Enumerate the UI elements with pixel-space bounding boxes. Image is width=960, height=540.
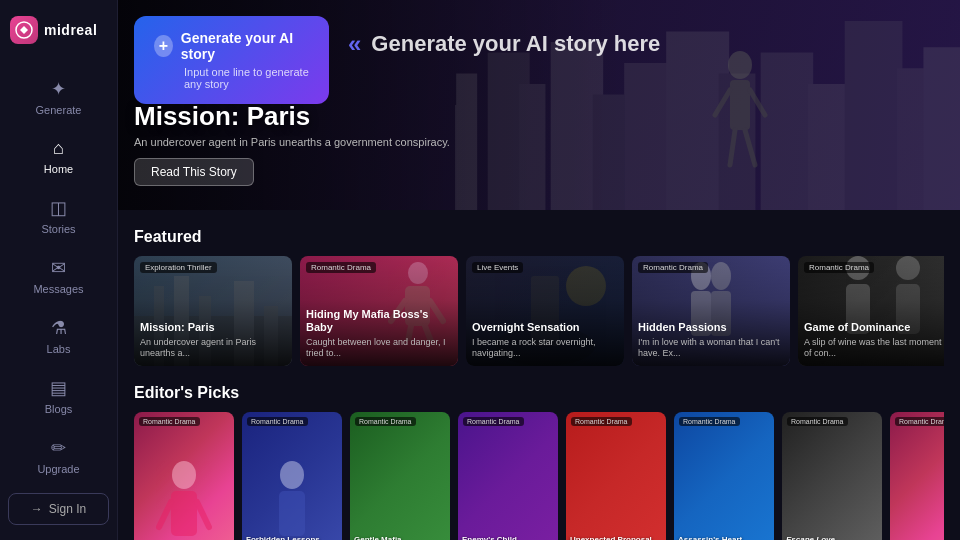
- svg-rect-14: [923, 47, 960, 210]
- editor-picks-section-title: Editor's Picks: [134, 384, 944, 402]
- logo: midreal: [0, 16, 117, 44]
- card-title-5: Game of Dominance: [804, 321, 944, 334]
- sidebar-item-blogs[interactable]: ▤ Blogs: [6, 367, 111, 425]
- svg-rect-7: [624, 63, 671, 210]
- featured-card-hidden-passions[interactable]: Romantic Drama Hidden Passions I'm in lo…: [632, 256, 790, 366]
- card-badge-2: Romantic Drama: [306, 262, 376, 273]
- card-badge-4: Romantic Drama: [638, 262, 708, 273]
- sidebar-item-messages[interactable]: ✉ Messages: [6, 247, 111, 305]
- hero-title: Mission: Paris: [134, 101, 450, 132]
- card-desc-5: A slip of wine was the last moment of co…: [804, 337, 944, 360]
- stories-icon: ◫: [50, 197, 67, 219]
- home-icon: ⌂: [53, 138, 64, 159]
- labs-icon: ⚗: [51, 317, 67, 339]
- card-info-2: Hiding My Mafia Boss's Baby Caught betwe…: [300, 302, 458, 366]
- read-story-button[interactable]: Read This Story: [134, 158, 254, 186]
- pick-art-2: [257, 457, 327, 540]
- pick-badge-6: Romantic Drama: [679, 417, 740, 426]
- pick-card-5[interactable]: Romantic Drama Unexpected Proposal: [566, 412, 666, 540]
- card-info-1: Mission: Paris An undercover agent in Pa…: [134, 315, 292, 366]
- pick-title-7: Escape Love: [786, 535, 878, 540]
- svg-rect-12: [845, 21, 903, 210]
- card-title-3: Overnight Sensation: [472, 321, 618, 334]
- hero-section: + Generate your AI story Input one line …: [118, 0, 960, 210]
- card-desc-1: An undercover agent in Paris unearths a.…: [140, 337, 286, 360]
- sidebar-item-stories-label: Stories: [41, 223, 75, 235]
- generate-banner-subtitle: Input one line to generate any story: [154, 66, 309, 90]
- generate-banner[interactable]: + Generate your AI story Input one line …: [134, 16, 329, 104]
- card-badge-3: Live Events: [472, 262, 523, 273]
- featured-card-overnight[interactable]: Live Events Overnight Sensation I became…: [466, 256, 624, 366]
- pick-card-6[interactable]: Romantic Drama Assassin's Heart: [674, 412, 774, 540]
- sidebar-item-labs[interactable]: ⚗ Labs: [6, 307, 111, 365]
- generate-banner-title: Generate your AI story: [181, 30, 309, 62]
- pick-card-3[interactable]: Romantic Drama Gentle Mafia: [350, 412, 450, 540]
- pick-title-4: Enemy's Child: [462, 535, 554, 540]
- card-badge-1: Exploration Thriller: [140, 262, 217, 273]
- featured-card-mission-paris[interactable]: Exploration Thriller Mission: Paris An u…: [134, 256, 292, 366]
- logo-icon: [10, 16, 38, 44]
- sign-in-label: Sign In: [49, 502, 86, 516]
- generate-banner-header: + Generate your AI story: [154, 30, 309, 62]
- svg-rect-4: [519, 84, 545, 210]
- pick-badge-7: Romantic Drama: [787, 417, 848, 426]
- hero-arrows-icon: «: [348, 30, 361, 58]
- svg-rect-6: [593, 95, 625, 211]
- sidebar-item-messages-label: Messages: [33, 283, 83, 295]
- sidebar-item-labs-label: Labs: [47, 343, 71, 355]
- pick-badge-2: Romantic Drama: [247, 417, 308, 426]
- svg-point-15: [728, 51, 752, 79]
- logo-text: midreal: [44, 22, 97, 38]
- svg-rect-16: [730, 80, 750, 130]
- hero-figure: [700, 50, 780, 180]
- svg-point-40: [172, 461, 196, 489]
- sidebar-item-upgrade[interactable]: ✏ Upgrade: [6, 427, 111, 485]
- pick-title-3: Gentle Mafia: [354, 535, 446, 540]
- svg-rect-43: [279, 491, 305, 536]
- nav-items: ✦ Generate ⌂ Home ◫ Stories ✉ Messages ⚗…: [0, 68, 117, 485]
- main-content: + Generate your AI story Input one line …: [118, 0, 960, 540]
- svg-line-19: [730, 130, 735, 165]
- pick-card-2[interactable]: Romantic Drama Forbidden Lessons: [242, 412, 342, 540]
- svg-point-42: [280, 461, 304, 489]
- svg-line-20: [745, 130, 755, 165]
- svg-line-18: [750, 90, 765, 115]
- card-title-2: Hiding My Mafia Boss's Baby: [306, 308, 452, 334]
- pick-card-8[interactable]: Romantic Drama: [890, 412, 944, 540]
- card-title-1: Mission: Paris: [140, 321, 286, 334]
- sidebar-item-upgrade-label: Upgrade: [37, 463, 79, 475]
- featured-section-title: Featured: [134, 228, 944, 246]
- sidebar-item-home-label: Home: [44, 163, 73, 175]
- pick-card-4[interactable]: Romantic Drama Enemy's Child: [458, 412, 558, 540]
- pick-badge-3: Romantic Drama: [355, 417, 416, 426]
- featured-row: Exploration Thriller Mission: Paris An u…: [134, 256, 944, 366]
- featured-card-game-dominance[interactable]: Romantic Drama Game of Dominance A slip …: [798, 256, 944, 366]
- generate-plus-icon: +: [154, 35, 173, 57]
- hero-description: An undercover agent in Paris unearths a …: [134, 136, 450, 148]
- card-badge-5: Romantic Drama: [804, 262, 874, 273]
- sidebar: midreal ✦ Generate ⌂ Home ◫ Stories ✉ Me…: [0, 0, 118, 540]
- pick-card-1[interactable]: Romantic Drama: [134, 412, 234, 540]
- sidebar-item-blogs-label: Blogs: [45, 403, 73, 415]
- editor-picks-row: Romantic Drama Romantic Drama Forbidden …: [134, 412, 944, 540]
- hero-tagline: « Generate your AI story here: [348, 30, 660, 58]
- pick-badge-5: Romantic Drama: [571, 417, 632, 426]
- featured-card-mafia-baby[interactable]: Romantic Drama Hiding My Mafia Boss's Ba…: [300, 256, 458, 366]
- pick-title-6: Assassin's Heart: [678, 535, 770, 540]
- sidebar-item-stories[interactable]: ◫ Stories: [6, 187, 111, 245]
- card-desc-4: I'm in love with a woman that I can't ha…: [638, 337, 784, 360]
- sidebar-item-generate-label: Generate: [36, 104, 82, 116]
- card-desc-2: Caught between love and danger, I tried …: [306, 337, 452, 360]
- sidebar-item-more[interactable]: ⬡ More: [27, 533, 90, 540]
- blogs-icon: ▤: [50, 377, 67, 399]
- generate-icon: ✦: [51, 78, 66, 100]
- pick-badge-1: Romantic Drama: [139, 417, 200, 426]
- sidebar-item-home[interactable]: ⌂ Home: [6, 128, 111, 185]
- svg-rect-2: [456, 74, 477, 211]
- content-area: Featured Exploration Thriller: [118, 228, 960, 540]
- sign-in-button[interactable]: → Sign In: [8, 493, 109, 525]
- pick-art-1: [149, 457, 219, 540]
- sidebar-item-generate[interactable]: ✦ Generate: [6, 68, 111, 126]
- svg-line-17: [715, 90, 730, 115]
- pick-card-7[interactable]: Romantic Drama Escape Love: [782, 412, 882, 540]
